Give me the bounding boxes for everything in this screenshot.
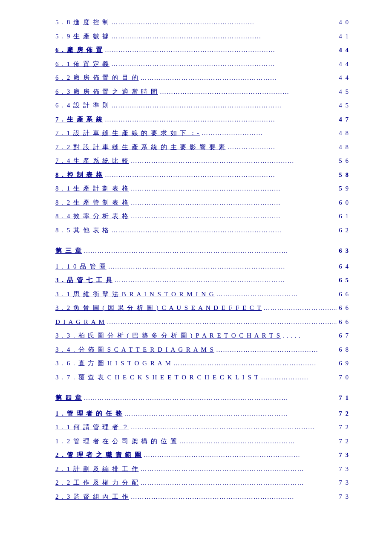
chapter-dots-four: ……………………………………………………………………………… <box>84 393 337 404</box>
toc-dots-3-7: ………………… <box>261 372 337 384</box>
toc-page-3-4: 6 8 <box>339 344 349 356</box>
toc-entry-8-1[interactable]: 8 . 1 生 產 計 劃 表 格…………………………………………………………5… <box>55 183 349 195</box>
toc-entry-6-4[interactable]: 6 . 4 設 計 準 則…………………………………………………………………4 … <box>55 100 349 112</box>
toc-label-1[interactable]: 1 . 管 理 者 的 任 務 <box>55 408 123 419</box>
chapter-label-four[interactable]: 第 四 章 <box>55 393 82 404</box>
toc-label-3-2[interactable]: 3 . 2 魚 骨 圖 ( 因 果 分 析 圖 ) C A U S E A N … <box>55 303 262 314</box>
toc-page-5-9: 4 1 <box>339 31 349 42</box>
toc-entry-2-1[interactable]: 2 . 1 計 劃 及 編 排 工 作………………………………………………………… <box>55 464 349 475</box>
toc-label-8-1[interactable]: 8 . 1 生 產 計 劃 表 格 <box>55 183 129 194</box>
toc-entry-2-3[interactable]: 2 . 3 監 督 組 內 工 作……………………………………………………………… <box>55 491 349 503</box>
toc-label-3-2-line2[interactable]: D I A G R A M <box>55 317 105 328</box>
toc-page-2: 7 3 <box>339 450 349 461</box>
toc-entry-1[interactable]: 1 . 管 理 者 的 任 務………………………………………………………………7… <box>55 408 349 420</box>
toc-label-5-8[interactable]: 5 . 8 進 度 控 制 <box>55 17 110 28</box>
toc-label-2[interactable]: 2 . 管 理 者 之 職 責 範 圍 <box>55 450 142 461</box>
toc-entry-8[interactable]: 8 . 控 制 表 格…………………………………………………………………5 8 <box>55 170 349 181</box>
toc-entry-6-2[interactable]: 6 . 2 廠 房 佈 置 的 目 的……………………………………………………4… <box>55 72 349 84</box>
toc-label-3[interactable]: 3 . 品 管 七 工 具 <box>55 275 113 286</box>
toc-entry-2-2[interactable]: 2 . 2 工 作 及 權 力 分 配………………………………………………………… <box>55 477 349 489</box>
toc-label-7[interactable]: 7 . 生 產 系 統 <box>55 114 103 125</box>
toc-label-8-5[interactable]: 8 . 5 其 他 表 格 <box>55 225 110 236</box>
toc-dots-6: ………………………………………………………………… <box>105 45 337 56</box>
toc-dots-2-3: ……………………………………………………………… <box>131 491 337 503</box>
toc-page-2-2: 7 3 <box>339 477 349 489</box>
toc-dots-7-4: ……………………………………………………………… <box>131 156 337 167</box>
toc-entry-1-10[interactable]: 1 . 1 0 品 管 圈……………………………………………………………………6… <box>55 261 349 273</box>
toc-dots-8: ………………………………………………………………… <box>105 170 337 181</box>
toc-dots-1-10: …………………………………………………………………… <box>108 261 337 273</box>
toc-dots-8-4: ………………………………………………………… <box>131 211 337 223</box>
toc-label-8[interactable]: 8 . 控 制 表 格 <box>55 170 103 181</box>
toc-page-8-1: 5 9 <box>339 183 349 194</box>
toc-entry-3-3[interactable]: 3 . 3 . 柏 氏 圖 分 析 ( 巴 築 多 分 析 圖 ) P A R … <box>55 330 349 342</box>
toc-label-3-4[interactable]: 3 . 4 . 分 佈 圖 S C A T T E R D I A G R A … <box>55 344 214 356</box>
toc-label-6-4[interactable]: 6 . 4 設 計 準 則 <box>55 100 110 111</box>
toc-label-6-1[interactable]: 6 . 1 佈 置 定 義 <box>55 59 110 70</box>
toc-page-3-1: 6 6 <box>339 289 349 300</box>
chapter4-header: 第 四 章………………………………………………………………………………7 1 <box>55 393 349 404</box>
toc-entry-3-1[interactable]: 3 . 1 思 維 衡 擊 法 B R A I N S T O R M I N … <box>55 289 349 301</box>
toc-entry-3-4[interactable]: 3 . 4 . 分 佈 圖 S C A T T E R D I A G R A … <box>55 344 349 356</box>
toc-dots-6-2: …………………………………………………… <box>141 72 337 84</box>
toc-entry-3-6[interactable]: 3 . 6 . 直 方 圖 H I S T O G R A M………………………… <box>55 358 349 370</box>
toc-label-2-3[interactable]: 2 . 3 監 督 組 內 工 作 <box>55 491 129 503</box>
toc-dots-5-8: ……………………………………………………… <box>111 17 337 29</box>
toc-label-7-2[interactable]: 7 . 2 對 設 計 車 縫 生 產 系 統 的 主 要 影 響 要 素 <box>55 142 226 153</box>
toc-label-2-2[interactable]: 2 . 2 工 作 及 權 力 分 配 <box>55 477 139 489</box>
toc-entry-7-1[interactable]: 7 . 1 設 計 車 縫 生 產 線 的 要 求 如 下 ：-……………………… <box>55 128 349 139</box>
toc-dots-8-2: ………………………………………………………… <box>131 197 337 209</box>
toc-entry-5-8[interactable]: 5 . 8 進 度 控 制………………………………………………………4 0 <box>55 17 349 29</box>
toc-entry-5-9[interactable]: 5 . 9 生 產 數 據…………………………………………………………4 1 <box>55 31 349 43</box>
toc-entry-7[interactable]: 7 . 生 產 系 統…………………………………………………………………4 7 <box>55 114 349 126</box>
toc-label-3-6[interactable]: 3 . 6 . 直 方 圖 H I S T O G R A M <box>55 358 172 369</box>
toc-dots-6-4: ………………………………………………………………… <box>111 100 337 112</box>
toc-page-6-2: 4 4 <box>339 72 349 84</box>
toc-dots-6-1: ……………………………………………………………… <box>111 59 337 70</box>
toc-dots-1-1: ……………………………………………………………………… <box>131 422 337 434</box>
chapter-header-three[interactable]: 第 三 章………………………………………………………………………………6 3 <box>55 246 349 257</box>
toc-label-6-3[interactable]: 6 . 3 廠 房 佈 置 之 適 當 時 間 <box>55 87 158 98</box>
toc-label-7-4[interactable]: 7 . 4 生 產 系 統 比 較 <box>55 156 129 167</box>
toc-entry-3-7[interactable]: 3 . 7 . 覆 查 表 C H E C K S H E E T O R C … <box>55 372 349 384</box>
toc-label-8-2[interactable]: 8 . 2 生 產 管 制 表 格 <box>55 197 129 208</box>
toc-entry-6-1[interactable]: 6 . 1 佈 置 定 義………………………………………………………………4 4 <box>55 59 349 70</box>
toc-label-2-1[interactable]: 2 . 1 計 劃 及 編 排 工 作 <box>55 464 139 475</box>
chapter-header-four[interactable]: 第 四 章………………………………………………………………………………7 1 <box>55 393 349 404</box>
toc-entry-7-2[interactable]: 7 . 2 對 設 計 車 縫 生 產 系 統 的 主 要 影 響 要 素………… <box>55 142 349 153</box>
chapter-label-three[interactable]: 第 三 章 <box>55 246 82 257</box>
toc-entry-1-2[interactable]: 1 . 2 管 理 者 在 公 司 架 構 的 位 置…………………………………… <box>55 436 349 448</box>
toc-page-8-4: 6 1 <box>339 211 349 222</box>
toc-entry-3[interactable]: 3 . 品 管 七 工 具…………………………………………………………………6 … <box>55 275 349 286</box>
toc-dots-3-1: ……………………………… <box>216 289 337 301</box>
toc-label-3-1[interactable]: 3 . 1 思 維 衡 擊 法 B R A I N S T O R M I N … <box>55 289 215 300</box>
toc-label-3-7[interactable]: 3 . 7 . 覆 查 表 C H E C K S H E E T O R C … <box>55 372 259 383</box>
toc-label-6-2[interactable]: 6 . 2 廠 房 佈 置 的 目 的 <box>55 72 139 84</box>
toc-page-1: 7 2 <box>339 408 349 419</box>
toc-entry-2[interactable]: 2 . 管 理 者 之 職 責 範 圍………………………………………………………… <box>55 450 349 461</box>
toc-label-1-10[interactable]: 1 . 1 0 品 管 圈 <box>55 261 107 272</box>
toc-label-8-4[interactable]: 8 . 4 效 率 分 析 表 格 <box>55 211 129 222</box>
section-top: 5 . 8 進 度 控 制………………………………………………………4 05 .… <box>55 17 349 236</box>
toc-entry-6[interactable]: 6 . 廠 房 佈 置…………………………………………………………………4 4 <box>55 45 349 56</box>
toc-entry-1-1[interactable]: 1 . 1 何 謂 管 理 者 ？……………………………………………………………… <box>55 422 349 434</box>
toc-entry-8-4[interactable]: 8 . 4 效 率 分 析 表 格…………………………………………………………6… <box>55 211 349 223</box>
toc-page-6-4: 4 5 <box>339 100 349 111</box>
toc-label-3-3[interactable]: 3 . 3 . 柏 氏 圖 分 析 ( 巴 築 多 分 析 圖 ) P A R … <box>55 330 281 341</box>
toc-label-1-1[interactable]: 1 . 1 何 謂 管 理 者 ？ <box>55 422 129 433</box>
toc-dots-2-2: ……………………………………………………………… <box>141 477 337 489</box>
toc-entry-3-2[interactable]: 3 . 2 魚 骨 圖 ( 因 果 分 析 圖 ) C A U S E A N … <box>55 303 349 314</box>
toc-entry-6-3[interactable]: 6 . 3 廠 房 佈 置 之 適 當 時 間……………………………………………… <box>55 87 349 98</box>
toc-dots-3-2: …………………………………………………………………………… <box>264 303 337 314</box>
toc-label-7-1[interactable]: 7 . 1 設 計 車 縫 生 產 線 的 要 求 如 下 ：- <box>55 128 200 139</box>
toc-label-6[interactable]: 6 . 廠 房 佈 置 <box>55 45 103 56</box>
toc-entry-7-4[interactable]: 7 . 4 生 產 系 統 比 較……………………………………………………………… <box>55 156 349 167</box>
toc-label-5-9[interactable]: 5 . 9 生 產 數 據 <box>55 31 110 42</box>
toc-entry-8-2[interactable]: 8 . 2 生 產 管 制 表 格…………………………………………………………6… <box>55 197 349 209</box>
chapter3-entries: 1 . 1 0 品 管 圈……………………………………………………………………6… <box>55 261 349 384</box>
toc-label-1-2[interactable]: 1 . 2 管 理 者 在 公 司 架 構 的 位 置 <box>55 436 178 447</box>
toc-dots-3-3: . . . . . <box>282 330 337 342</box>
toc-multiline-wrapper-3-2: 3 . 2 魚 骨 圖 ( 因 果 分 析 圖 ) C A U S E A N … <box>55 303 349 328</box>
toc-entry-8-5[interactable]: 8 . 5 其 他 表 格…………………………………………………………………6 … <box>55 225 349 237</box>
toc-page-8-5: 6 2 <box>339 225 349 236</box>
